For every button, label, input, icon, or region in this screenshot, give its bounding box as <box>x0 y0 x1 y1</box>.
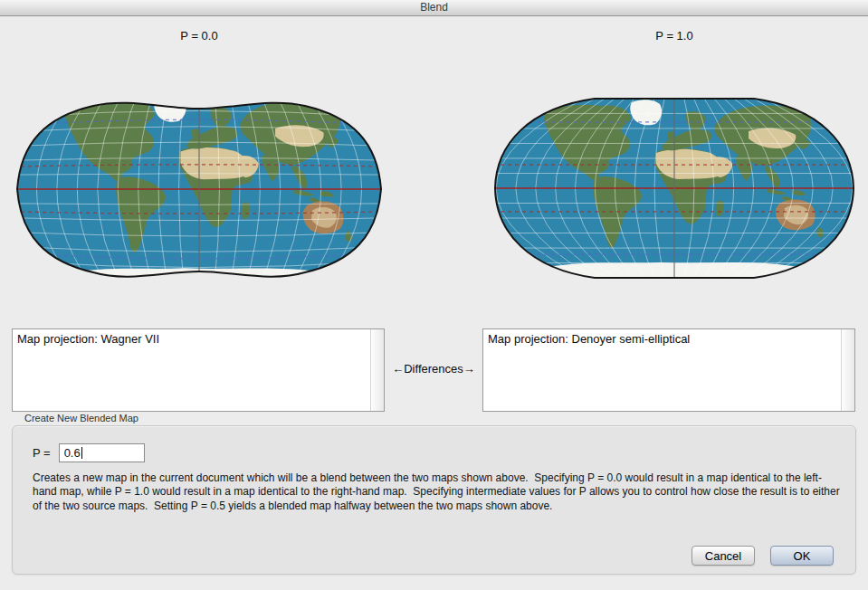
button-row: Cancel OK <box>692 546 834 566</box>
text-caret <box>81 447 82 459</box>
p-row: P = 0.6 <box>33 443 145 462</box>
left-map-description: Map projection: Wagner VII <box>17 332 367 346</box>
cancel-button[interactable]: Cancel <box>692 546 755 566</box>
differences-label: ←Differences→ <box>385 362 482 376</box>
p-input-value: 0.6 <box>64 446 81 460</box>
p-input[interactable]: 0.6 <box>59 443 145 462</box>
right-map-label: P = 1.0 <box>493 29 855 43</box>
left-map-preview <box>14 86 385 292</box>
right-description-scrollbar[interactable] <box>841 329 854 411</box>
titlebar[interactable]: Blend <box>0 0 868 16</box>
ok-button[interactable]: OK <box>770 546 834 566</box>
right-map-preview <box>493 91 855 285</box>
blend-description: Creates a new map in the current documen… <box>33 471 844 513</box>
left-map-description-box[interactable]: Map projection: Wagner VII <box>12 328 385 412</box>
right-map-description-box[interactable]: Map projection: Denoyer semi-elliptical <box>482 328 855 412</box>
p-field-label: P = <box>33 446 51 460</box>
left-description-scrollbar[interactable] <box>370 329 384 411</box>
group-title: Create New Blended Map <box>24 413 138 423</box>
create-blended-map-group: P = 0.6 Creates a new map in the current… <box>12 425 856 575</box>
left-map-label: P = 0.0 <box>14 29 385 43</box>
right-map-description: Map projection: Denoyer semi-elliptical <box>488 332 838 346</box>
window-title: Blend <box>420 1 448 14</box>
